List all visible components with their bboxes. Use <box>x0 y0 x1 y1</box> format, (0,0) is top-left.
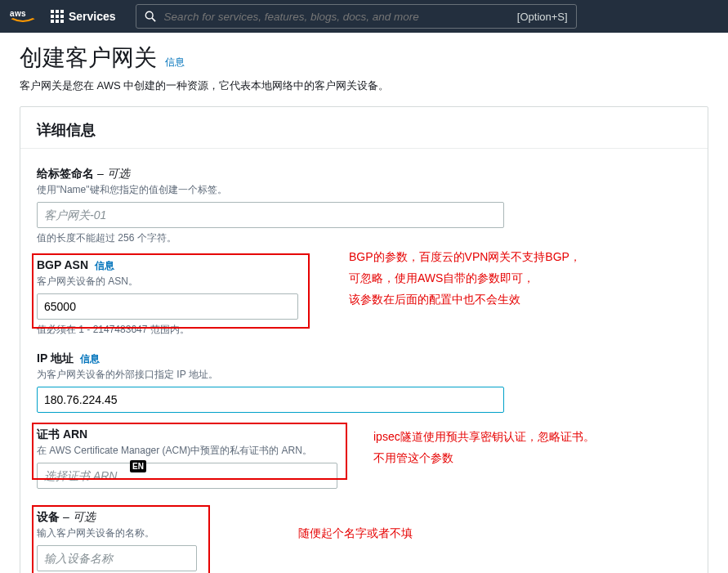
page-description: 客户网关是您在 AWS 中创建的一种资源，它代表本地网络中的客户网关设备。 <box>20 78 708 93</box>
page-title-info-link[interactable]: 信息 <box>165 56 185 69</box>
svg-point-1 <box>145 11 153 19</box>
search-input[interactable] <box>164 11 509 23</box>
annotation-text-device: 随便起个名字或者不填 <box>298 523 413 544</box>
field-name: 给标签命名 – 可选 使用"Name"键和您指定的值创建一个标签。 值的长度不能… <box>37 167 691 245</box>
search-shortcut: [Option+S] <box>517 11 568 23</box>
bgp-constraint: 值必须在 1 - 2147483647 范围内。 <box>37 323 691 337</box>
ip-info-link[interactable]: 信息 <box>80 352 100 366</box>
annotation-text-bgp: BGP的参数，百度云的VPN网关不支持BGP， 可忽略，使用AWS自带的参数即可… <box>349 247 581 311</box>
search-icon <box>145 11 156 22</box>
bgp-input[interactable] <box>37 293 298 320</box>
bgp-info-link[interactable]: 信息 <box>95 259 114 273</box>
arn-label: 证书 ARN <box>37 428 87 442</box>
annotation-text-arn: ipsec隧道使用预共享密钥认证，忽略证书。 不用管这个参数 <box>373 427 595 469</box>
field-ip: IP 地址 信息 为客户网关设备的外部接口指定 IP 地址。 <box>37 351 691 413</box>
panel-heading: 详细信息 <box>20 107 708 149</box>
svg-text:aws: aws <box>10 9 26 18</box>
services-label: Services <box>69 10 116 23</box>
arn-select[interactable] <box>37 463 337 489</box>
name-label: 给标签命名 – 可选 <box>37 167 130 181</box>
bgp-label: BGP ASN <box>37 258 88 271</box>
details-panel: 详细信息 给标签命名 – 可选 使用"Name"键和您指定的值创建一个标签。 值… <box>20 106 708 573</box>
top-navbar: aws Services [Option+S] <box>0 0 728 33</box>
name-input[interactable] <box>37 202 504 228</box>
ime-badge: EN <box>130 460 146 472</box>
aws-logo[interactable]: aws <box>10 8 36 25</box>
ip-label: IP 地址 <box>37 351 74 366</box>
page-title: 创建客户网关 <box>20 43 157 74</box>
ip-help: 为客户网关设备的外部接口指定 IP 地址。 <box>37 368 691 382</box>
services-menu[interactable]: Services <box>42 10 124 23</box>
device-input[interactable] <box>37 545 197 571</box>
global-search[interactable]: [Option+S] <box>136 4 577 29</box>
grid-icon <box>51 10 64 23</box>
device-label: 设备 – 可选 <box>37 510 96 525</box>
name-help: 使用"Name"键和您指定的值创建一个标签。 <box>37 183 691 197</box>
ip-input[interactable] <box>37 387 504 413</box>
aws-logo-icon: aws <box>10 8 36 25</box>
svg-line-2 <box>152 18 155 21</box>
name-constraint: 值的长度不能超过 256 个字符。 <box>37 231 691 245</box>
